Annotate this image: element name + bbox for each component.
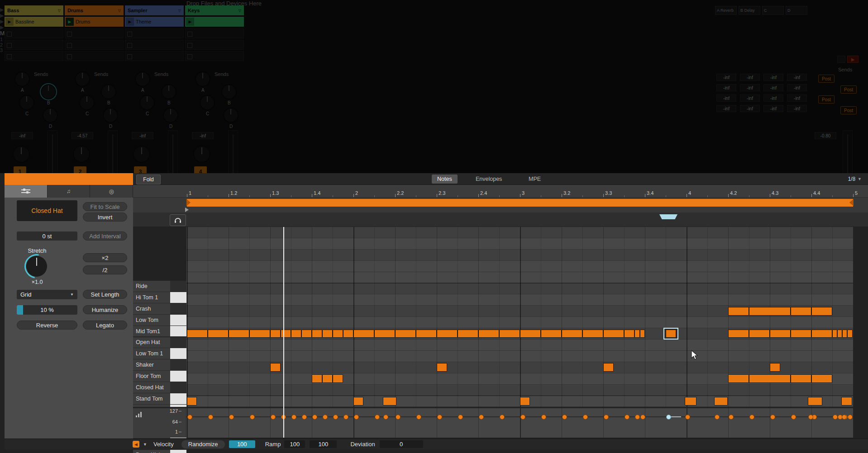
track-fader[interactable] [48,130,57,173]
grid-value-select[interactable]: 1/8 ▼ [848,175,862,184]
midi-note[interactable] [208,330,229,338]
midi-note[interactable] [437,363,447,372]
velocity-marker[interactable] [291,415,296,420]
add-interval-button[interactable]: Add Interval [83,231,127,241]
midi-note[interactable] [714,397,728,406]
midi-note[interactable] [842,330,847,338]
post-toggle[interactable]: Post [818,95,835,104]
midi-note[interactable] [847,330,853,338]
empty-clip-slot[interactable] [185,51,244,61]
return-send-value[interactable]: -inf [716,84,736,91]
midi-note[interactable] [478,330,499,338]
velocity-marker[interactable] [685,415,690,420]
midi-note[interactable] [624,330,634,338]
midi-note[interactable] [634,330,640,338]
send-knob-D[interactable] [163,108,178,123]
send-knob-C[interactable] [19,95,34,110]
empty-clip-slot[interactable] [5,51,63,61]
lane-key-cell[interactable] [170,450,186,453]
return-send-value[interactable]: -inf [716,105,736,112]
velocity-marker[interactable] [715,415,720,420]
midi-note[interactable] [270,363,281,372]
lane-name-mid-tom1[interactable]: Mid Tom1 [133,326,170,337]
track-number[interactable]: 2 [74,166,86,173]
velocity-marker[interactable] [770,415,775,420]
randomize-button[interactable]: Randomize [181,440,225,449]
clip-slot-Bassline[interactable]: ▶Bassline [5,17,63,27]
velocity-marker[interactable] [500,415,505,420]
return-track-header[interactable]: B Delay [739,6,760,15]
velocity-marker[interactable] [437,415,442,420]
return-track-header[interactable]: D [786,6,807,15]
lane-name-deep-kick[interactable]: Deep Kick [133,450,170,453]
reverse-button[interactable]: Reverse [17,321,77,330]
midi-note[interactable] [808,397,822,406]
midi-note[interactable] [322,374,333,383]
midi-note[interactable] [343,330,353,338]
post-toggle[interactable]: Post [818,75,835,83]
midi-note[interactable] [249,330,270,338]
empty-clip-slot[interactable] [5,40,63,50]
lane-key-cell[interactable] [170,359,186,371]
midi-note[interactable] [791,330,811,338]
tab-expression[interactable]: ♫ [48,185,91,198]
send-knob-A[interactable] [195,71,210,87]
velocity-marker[interactable] [375,415,380,420]
stretch-div2-button[interactable]: /2 [83,265,127,274]
track-number[interactable]: 1 [14,166,26,173]
midi-note[interactable] [811,330,832,338]
send-knob-C[interactable] [79,95,95,110]
tab-envelopes[interactable]: Envelopes [470,175,507,184]
track-header-bass[interactable]: Bass▽ [5,5,63,15]
midi-note[interactable] [811,374,832,383]
velocity-marker[interactable] [333,415,338,420]
midi-note[interactable] [770,363,780,372]
midi-note[interactable] [728,307,749,316]
lane-key-cell[interactable] [170,393,186,405]
tab-mpe[interactable]: MPE [523,175,546,184]
midi-note[interactable] [837,330,842,338]
clip-play-icon[interactable]: ▶ [5,18,14,26]
midi-note[interactable] [229,330,249,338]
lane-chevron-icon[interactable]: ▼ [143,442,147,447]
midi-note[interactable] [312,374,322,383]
velocity-marker[interactable] [323,415,328,420]
send-knob-A[interactable] [75,71,90,87]
clip-play-icon[interactable]: ▶ [186,18,194,26]
midi-note[interactable] [187,330,208,338]
velocity-marker[interactable] [583,415,588,420]
return-send-value[interactable]: -inf [763,74,783,81]
scale-name-box[interactable]: Closed Hat [17,200,77,221]
midi-note[interactable] [312,330,322,338]
midi-note[interactable] [841,397,852,406]
midi-note[interactable] [499,330,520,338]
lane-name-hi-tom-1[interactable]: Hi Tom 1 [133,292,170,303]
return-send-value[interactable]: -inf [740,74,760,81]
lane-name-ride[interactable]: Ride [133,281,170,292]
midi-note[interactable] [520,397,530,406]
humanize-amount-field[interactable]: 10 % [17,305,77,315]
midi-note[interactable] [770,330,791,338]
main-volume-field[interactable]: -0.80 [815,132,836,139]
midi-note[interactable] [383,397,396,406]
lane-key-cell[interactable] [170,382,186,393]
velocity-marker[interactable] [520,415,525,420]
midi-note[interactable] [437,330,458,338]
lane-key-cell[interactable] [170,303,186,315]
stretch-x2-button[interactable]: ×2 [83,253,127,262]
fold-button[interactable]: Fold [136,175,161,184]
lane-color-icon[interactable]: ◀ [133,441,139,448]
velocity-marker[interactable] [354,415,359,420]
midi-note[interactable] [187,397,197,406]
lane-key-cell[interactable] [170,292,186,303]
velocity-lane[interactable] [186,408,853,438]
main-fader[interactable] [843,130,853,173]
midi-note[interactable] [603,363,614,372]
clip-color-bar[interactable] [5,173,133,185]
midi-note[interactable] [640,330,645,338]
lane-key-cell[interactable] [170,371,186,382]
velocity-marker[interactable] [250,415,255,420]
tab-notes-tools[interactable] [5,185,48,198]
return-send-value[interactable]: -inf [740,94,760,102]
velocity-marker[interactable] [208,415,213,420]
